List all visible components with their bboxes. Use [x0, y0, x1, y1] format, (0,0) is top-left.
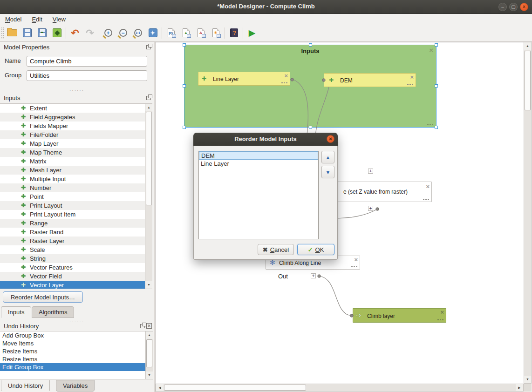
menu-edit[interactable]: Edit: [27, 15, 47, 24]
undo-item-selected[interactable]: Edit Group Box: [0, 363, 153, 371]
model-canvas[interactable]: Inputs × ✚ Line Layer × ✚ DEM: [156, 42, 524, 384]
redo-button[interactable]: ↷: [82, 26, 97, 40]
export-pdf-button[interactable]: A→: [193, 26, 208, 40]
options-dots-icon[interactable]: [281, 82, 287, 84]
undo-item[interactable]: Resize Items: [0, 347, 153, 355]
export-image-button[interactable]: ▲→: [178, 26, 193, 40]
canvas-horizontal-scrollbar[interactable]: ◀ ▶: [156, 384, 524, 392]
scroll-up-icon[interactable]: ▲: [146, 331, 153, 339]
close-button[interactable]: ×: [520, 3, 528, 11]
canvas-vertical-scrollbar[interactable]: ▲ ▼: [524, 42, 532, 384]
input-type-raster-band[interactable]: ✚Raster Band: [0, 228, 152, 237]
scroll-right-icon[interactable]: ▶: [516, 384, 523, 391]
dialog-list-item-line-layer[interactable]: Line Layer: [199, 160, 318, 168]
selection-handle[interactable]: [183, 84, 186, 88]
input-type-vector-field[interactable]: ✚Vector Field: [0, 272, 152, 281]
scroll-down-icon[interactable]: ▼: [145, 281, 152, 289]
expand-link-icon[interactable]: +: [311, 273, 316, 278]
scroll-left-icon[interactable]: ◀: [156, 384, 164, 391]
input-type-print-layout[interactable]: ✚Print Layout: [0, 201, 152, 210]
toolbar-grip[interactable]: [1, 27, 5, 39]
input-type-fields-mapper[interactable]: ✚Fields Mapper: [0, 122, 152, 130]
delete-node-icon[interactable]: ×: [410, 74, 414, 80]
selection-handle[interactable]: [183, 43, 186, 47]
dock-splitter-handle[interactable]: ······: [0, 89, 154, 92]
move-up-button[interactable]: ▲: [321, 151, 334, 163]
scrollbar-thumb[interactable]: [525, 51, 531, 110]
model-name-input[interactable]: [27, 56, 147, 67]
maximize-button[interactable]: ▢: [509, 3, 518, 11]
reorder-model-inputs-button[interactable]: Reorder Model Inputs…: [3, 291, 83, 303]
expand-link-icon[interactable]: +: [368, 206, 373, 211]
options-dots-icon[interactable]: [351, 266, 357, 268]
input-type-extent[interactable]: ✚Extent: [0, 104, 152, 113]
node-climb-layer[interactable]: ⇨ Climb layer ×: [353, 308, 446, 323]
input-type-multiple-input[interactable]: ✚Multiple Input: [0, 175, 152, 183]
input-type-map-theme[interactable]: ✚Map Theme: [0, 148, 152, 157]
undo-item[interactable]: Move Items: [0, 339, 153, 347]
cancel-button[interactable]: ✖ Cancel: [258, 244, 294, 255]
node-set-z-value[interactable]: e (set Z value from raster) ×: [326, 182, 432, 202]
minimize-button[interactable]: –: [498, 3, 507, 11]
save-model-button[interactable]: [20, 26, 34, 40]
scroll-up-icon[interactable]: ▲: [145, 104, 152, 111]
undo-item[interactable]: Add Group Box: [0, 331, 153, 339]
save-model-as-button[interactable]: ✎: [34, 26, 49, 40]
input-type-scale[interactable]: ✚Scale: [0, 245, 152, 254]
export-python-button[interactable]: py→: [164, 26, 178, 40]
zoom-full-button[interactable]: [145, 26, 160, 40]
input-type-field-aggregates[interactable]: ✚Field Aggregates: [0, 113, 152, 122]
input-type-raster-layer[interactable]: ✚Raster Layer: [0, 237, 152, 245]
scroll-down-icon[interactable]: ▼: [524, 376, 531, 383]
close-panel-icon[interactable]: ✕: [146, 323, 152, 329]
run-model-button[interactable]: ▶: [245, 26, 259, 40]
selection-handle[interactable]: [435, 43, 438, 47]
zoom-out-button[interactable]: −: [116, 26, 130, 40]
scroll-down-icon[interactable]: ▼: [146, 372, 153, 379]
input-type-matrix[interactable]: ✚Matrix: [0, 157, 152, 166]
scrollbar-thumb[interactable]: [164, 385, 306, 391]
export-svg-button[interactable]: ✳→: [208, 26, 223, 40]
detach-panel-icon[interactable]: [146, 96, 151, 100]
input-type-file-folder[interactable]: ✚File/Folder: [0, 130, 152, 139]
input-type-vector-layer[interactable]: ✚Vector Layer: [0, 281, 152, 289]
ok-button[interactable]: ✓ OK: [297, 244, 334, 255]
input-type-mesh-layer[interactable]: ✚Mesh Layer: [0, 166, 152, 175]
options-dots-icon[interactable]: [407, 83, 413, 85]
help-button[interactable]: ?: [226, 26, 241, 40]
selection-handle[interactable]: [435, 84, 438, 88]
inputs-list-scrollbar[interactable]: ▲ ▼: [145, 104, 152, 289]
selection-handle[interactable]: [309, 43, 312, 47]
options-dots-icon[interactable]: [423, 198, 429, 200]
options-dots-icon[interactable]: [437, 319, 443, 321]
open-model-button[interactable]: [5, 26, 20, 40]
dialog-list-item-dem[interactable]: DEM: [199, 151, 318, 160]
tab-variables[interactable]: Variables: [56, 380, 95, 392]
save-model-in-project-button[interactable]: [49, 26, 64, 40]
detach-panel-icon[interactable]: [146, 45, 151, 49]
expand-link-icon[interactable]: +: [368, 169, 373, 174]
delete-node-icon[interactable]: ×: [426, 183, 430, 189]
delete-node-icon[interactable]: ×: [440, 309, 444, 315]
node-dem[interactable]: ✚ DEM ×: [324, 73, 416, 87]
scroll-up-icon[interactable]: ▲: [524, 42, 531, 50]
menu-model[interactable]: Model: [0, 15, 27, 24]
move-down-button[interactable]: ▼: [321, 166, 334, 178]
delete-node-icon[interactable]: ×: [284, 73, 288, 79]
dialog-close-button[interactable]: ✕: [327, 135, 334, 143]
delete-group-icon[interactable]: ×: [429, 46, 433, 54]
menu-view[interactable]: View: [48, 15, 71, 24]
tab-inputs[interactable]: Inputs: [1, 306, 31, 318]
undo-button[interactable]: ↶: [68, 26, 82, 40]
node-line-layer[interactable]: ✚ Line Layer ×: [198, 72, 290, 86]
selection-handle[interactable]: [309, 126, 312, 129]
input-type-point[interactable]: ✚Point: [0, 192, 152, 201]
input-type-number[interactable]: ✚Number: [0, 183, 152, 192]
input-type-print-layout-item[interactable]: ✚Print Layout Item: [0, 210, 152, 219]
input-type-vector-features[interactable]: ✚Vector Features: [0, 263, 152, 272]
selection-handle[interactable]: [435, 126, 438, 129]
detach-panel-icon[interactable]: [140, 324, 145, 328]
input-type-map-layer[interactable]: ✚Map Layer: [0, 139, 152, 148]
scrollbar-thumb[interactable]: [146, 112, 152, 205]
input-type-range[interactable]: ✚Range: [0, 219, 152, 228]
